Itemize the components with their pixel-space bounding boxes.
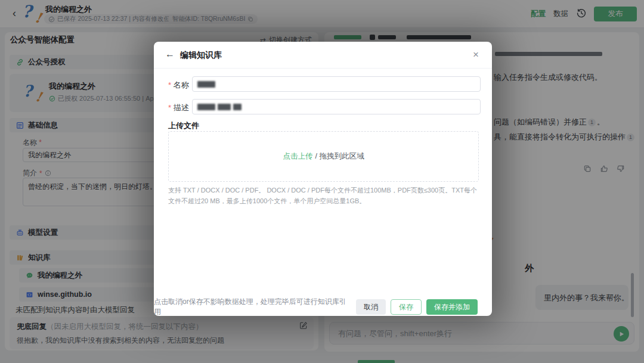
app-window: ‹ ?! 我的编程之外 已保存 2025-07-13 22:37 | 内容有修改… (0, 0, 644, 363)
edit-kb-modal: ← 编辑知识库 × * 名称 * 描述 上传文件 点击上传 / 拖拽到此区域 支… (154, 42, 492, 316)
cancel-button[interactable]: 取消 (356, 299, 386, 315)
modal-back-icon[interactable]: ← (165, 49, 175, 59)
modal-footer: 点击取消or保存不影响数据处理，处理完毕后可进行知识库引用 取消 保存 保存并添… (154, 297, 478, 317)
modal-name-label: * 名称 (168, 80, 189, 91)
modal-header: ← 编辑知识库 × (154, 42, 492, 69)
redacted-name-value (197, 81, 215, 88)
upload-dropzone[interactable]: 点击上传 / 拖拽到此区域 (168, 131, 479, 182)
close-icon[interactable]: × (473, 49, 479, 61)
upload-hint: 支持 TXT / DOCX / DOC / PDF。 DOCX / DOC / … (168, 185, 478, 206)
modal-desc-input[interactable] (192, 99, 481, 114)
save-button[interactable]: 保存 (391, 299, 422, 315)
upload-label: 上传文件 (168, 120, 199, 131)
modal-title: 编辑知识库 (180, 50, 222, 61)
upload-click-link[interactable]: 点击上传 (283, 151, 313, 162)
redacted-desc-value (197, 104, 215, 110)
footer-hint: 点击取消or保存不影响数据处理，处理完毕后可进行知识库引用 (154, 297, 349, 317)
modal-desc-label: * 描述 (168, 103, 189, 113)
modal-name-input[interactable] (192, 76, 481, 92)
save-and-add-button[interactable]: 保存并添加 (426, 299, 478, 315)
